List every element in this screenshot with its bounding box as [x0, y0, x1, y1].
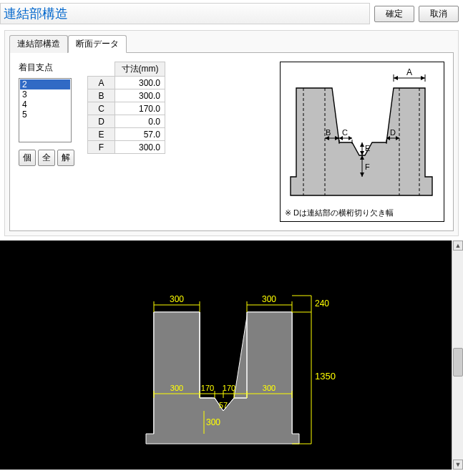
- list-item[interactable]: 4: [20, 99, 70, 110]
- svg-text:F: F: [365, 162, 370, 171]
- svg-text:170: 170: [201, 384, 214, 392]
- tab-content: 着目支点 2 3 4 5 個 全 解 寸法(mm) A: [9, 52, 454, 231]
- confirm-button[interactable]: 確定: [374, 6, 414, 22]
- schematic-diagram: A B C D E: [280, 62, 444, 222]
- dim-value[interactable]: 300.0: [115, 89, 165, 102]
- dim-value[interactable]: 300.0: [115, 77, 165, 89]
- svg-marker-7: [394, 76, 398, 80]
- diagram-note: ※ Dは連結部の横桁切り欠き幅: [285, 208, 394, 218]
- dimension-table: 寸法(mm) A 300.0 B 300.0 C 170.0 D 0.0: [87, 62, 165, 154]
- table-row: A 300.0: [88, 77, 165, 89]
- cancel-button[interactable]: 取消: [419, 6, 459, 22]
- table-row: C 170.0: [88, 102, 165, 115]
- svg-text:300: 300: [170, 384, 183, 392]
- preview-canvas[interactable]: 300 300 240 1350 300 170: [0, 241, 463, 470]
- svg-text:B: B: [326, 128, 331, 137]
- title-bar: 連結部構造 確定 取消: [0, 0, 463, 27]
- individual-button[interactable]: 個: [19, 150, 36, 166]
- focus-support-list[interactable]: 2 3 4 5: [19, 78, 72, 142]
- svg-text:300: 300: [263, 384, 276, 392]
- dimension-header: 寸法(mm): [115, 62, 165, 77]
- dim-value[interactable]: 170.0: [115, 102, 165, 115]
- scroll-thumb[interactable]: [453, 348, 463, 377]
- scroll-down-icon[interactable]: ▼: [453, 460, 463, 470]
- tab-connection-structure[interactable]: 連結部構造: [9, 35, 68, 53]
- svg-text:240: 240: [315, 298, 329, 309]
- dim-key: A: [88, 77, 115, 89]
- dim-key: B: [88, 89, 115, 102]
- svg-text:300: 300: [170, 294, 184, 304]
- all-button[interactable]: 全: [38, 150, 55, 166]
- table-row: B 300.0: [88, 89, 165, 102]
- dim-value[interactable]: 0.0: [115, 115, 165, 128]
- window-title: 連結部構造: [0, 3, 370, 24]
- table-row: E 57.0: [88, 128, 165, 141]
- tab-strip: 連結部構造 断面データ: [9, 35, 454, 53]
- svg-marker-24: [360, 151, 364, 155]
- list-item[interactable]: 2: [20, 79, 70, 89]
- svg-text:E: E: [365, 144, 370, 152]
- dim-key: D: [88, 115, 115, 128]
- svg-text:300: 300: [262, 294, 276, 304]
- svg-marker-16: [349, 136, 352, 140]
- svg-marker-23: [360, 142, 364, 147]
- focus-buttons: 個 全 解: [19, 150, 74, 166]
- dim-value[interactable]: 57.0: [115, 128, 165, 141]
- dim-key: E: [88, 128, 115, 141]
- list-item[interactable]: 5: [20, 110, 70, 120]
- svg-text:D: D: [390, 128, 396, 137]
- table-row: F 300.0: [88, 141, 165, 154]
- dim-key: C: [88, 102, 115, 115]
- list-item[interactable]: 3: [20, 89, 70, 99]
- svg-text:57: 57: [219, 401, 228, 409]
- svg-text:A: A: [406, 67, 412, 77]
- release-button[interactable]: 解: [57, 150, 74, 166]
- svg-text:1350: 1350: [315, 371, 336, 382]
- focus-support-group: 着目支点 2 3 4 5 個 全 解: [19, 62, 74, 222]
- dimension-table-wrap: 寸法(mm) A 300.0 B 300.0 C 170.0 D 0.0: [87, 62, 165, 222]
- table-row: D 0.0: [88, 115, 165, 128]
- tab-section-data[interactable]: 断面データ: [68, 35, 127, 53]
- dim-value[interactable]: 300.0: [115, 141, 165, 154]
- scroll-up-icon[interactable]: ▲: [453, 241, 463, 251]
- svg-text:170: 170: [223, 384, 235, 392]
- focus-support-label: 着目支点: [19, 62, 74, 74]
- svg-marker-8: [421, 76, 425, 80]
- main-panel: 連結部構造 断面データ 着目支点 2 3 4 5 個 全 解 寸法(mm: [4, 30, 459, 236]
- vertical-scrollbar[interactable]: ▲ ▼: [452, 241, 463, 470]
- dim-key: F: [88, 141, 115, 154]
- svg-text:300: 300: [206, 417, 220, 427]
- svg-text:C: C: [342, 128, 348, 137]
